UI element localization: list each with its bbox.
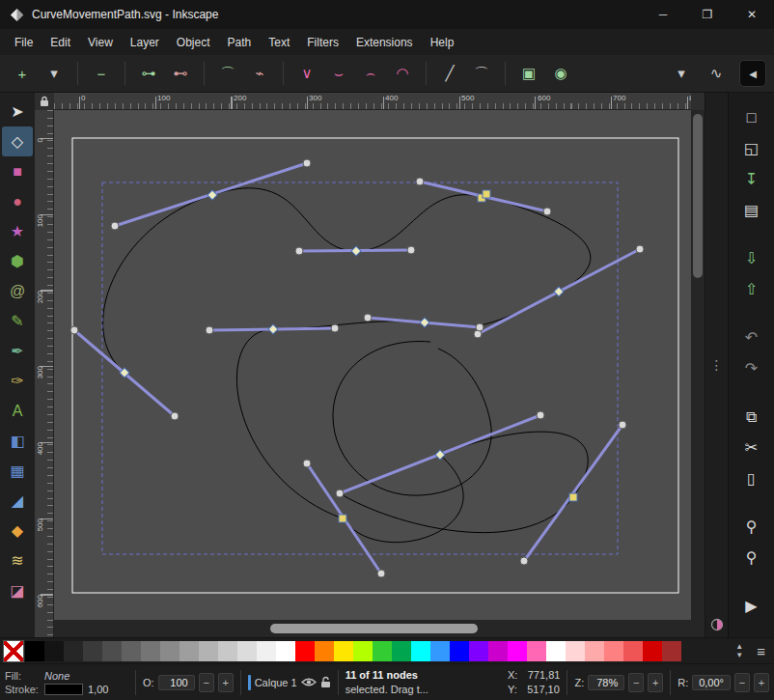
handle-endpoint[interactable] <box>636 245 644 253</box>
menu-text[interactable]: Text <box>260 32 298 53</box>
insert-node-dropdown[interactable]: ▾ <box>40 60 69 87</box>
object-to-path-button[interactable]: ▣ <box>514 60 543 87</box>
horizontal-ruler[interactable]: 0100200300400500600700800 <box>54 93 691 110</box>
rotation-decrease-button[interactable]: − <box>734 673 750 692</box>
cut-button[interactable]: ✂ <box>737 434 766 461</box>
palette-swatch-32[interactable] <box>643 641 662 661</box>
palette-swatch-28[interactable] <box>566 641 585 661</box>
menu-edit[interactable]: Edit <box>41 32 79 53</box>
horizontal-scrollbar-thumb[interactable] <box>270 624 478 633</box>
duplicate-button[interactable]: ⧉ <box>737 404 766 430</box>
palette-swatch-29[interactable] <box>585 641 604 661</box>
palette-swatch-16[interactable] <box>334 641 353 661</box>
palette-scroll-down-button[interactable]: ▼ <box>735 651 743 659</box>
stroke-color-swatch[interactable] <box>44 684 83 695</box>
open-document-button[interactable]: ◱ <box>737 135 766 161</box>
curve-segment-button[interactable]: ⌒ <box>467 60 496 87</box>
palette-swatch-33[interactable] <box>662 641 681 661</box>
palette-swatch-11[interactable] <box>237 641 257 661</box>
paste-button[interactable]: ▯ <box>737 465 766 491</box>
menu-help[interactable]: Help <box>422 32 463 53</box>
vertical-scrollbar-thumb[interactable] <box>693 114 703 278</box>
vertical-scrollbar[interactable] <box>691 110 705 620</box>
palette-swatch-18[interactable] <box>373 641 392 661</box>
palette-swatch-1[interactable] <box>44 641 64 661</box>
path-node-square[interactable] <box>483 190 490 198</box>
palette-swatch-17[interactable] <box>353 641 373 661</box>
palette-swatch-21[interactable] <box>430 641 450 661</box>
maximize-button[interactable]: ❐ <box>685 0 730 29</box>
handle-endpoint[interactable] <box>364 314 372 322</box>
smooth-node-button[interactable]: ⌣ <box>324 60 353 87</box>
dropper-tool[interactable]: ◢ <box>2 486 33 516</box>
menu-file[interactable]: File <box>6 32 41 53</box>
new-document-button[interactable]: □ <box>737 104 766 130</box>
symmetric-node-button[interactable]: ⌢ <box>356 60 385 87</box>
text-tool[interactable]: A <box>2 396 33 426</box>
join-segment-button[interactable]: ⌒ <box>213 60 242 87</box>
opacity-decrease-button[interactable]: − <box>199 673 214 692</box>
bezier-tool[interactable]: ✒ <box>2 336 33 366</box>
palette-swatch-15[interactable] <box>315 641 334 661</box>
palette-swatch-27[interactable] <box>546 641 566 661</box>
layer-name[interactable]: Calque 1 <box>255 677 297 688</box>
handle-endpoint[interactable] <box>331 324 339 332</box>
palette-swatch-0[interactable] <box>25 641 44 661</box>
insert-node-button[interactable]: + <box>8 60 37 87</box>
rotation-input[interactable]: 0,00° <box>692 675 731 690</box>
join-nodes-button[interactable]: ⊶ <box>134 60 163 87</box>
pencil-tool[interactable]: ✎ <box>2 306 33 336</box>
opacity-input[interactable]: 100 <box>158 675 195 690</box>
import-button[interactable]: ⇩ <box>737 245 766 271</box>
menu-layer[interactable]: Layer <box>122 32 168 53</box>
palette-swatch-7[interactable] <box>160 641 180 661</box>
palette-menu-button[interactable]: ≡ <box>757 643 765 659</box>
fill-stroke-indicator[interactable]: Fill: None Stroke: 1,00 <box>5 670 128 695</box>
drawing-canvas[interactable] <box>54 110 691 620</box>
palette-swatch-8[interactable] <box>180 641 199 661</box>
handle-endpoint[interactable] <box>476 323 484 331</box>
handle-endpoint[interactable] <box>336 490 344 497</box>
delete-segment-button[interactable]: ⌁ <box>245 60 274 87</box>
palette-swatch-30[interactable] <box>604 641 623 661</box>
handle-endpoint[interactable] <box>416 178 424 185</box>
opacity-increase-button[interactable]: + <box>218 673 234 692</box>
spiral-tool[interactable]: @ <box>2 276 33 306</box>
calligraphy-tool[interactable]: ✑ <box>2 366 33 396</box>
color-management-icon[interactable] <box>710 618 724 631</box>
rotation-increase-button[interactable]: + <box>754 673 769 692</box>
handle-endpoint[interactable] <box>303 460 311 467</box>
menu-view[interactable]: View <box>79 32 122 53</box>
delete-node-button[interactable]: − <box>87 60 116 87</box>
coords-dropdown[interactable]: ▾ <box>670 60 693 87</box>
stroke-to-path-button[interactable]: ◉ <box>546 60 575 87</box>
path-effects-button[interactable]: ∿ <box>705 60 728 87</box>
palette-swatch-25[interactable] <box>508 641 527 661</box>
vertical-ruler[interactable]: 0100200300400500600 <box>35 110 54 637</box>
palette-swatch-6[interactable] <box>141 641 160 661</box>
rectangle-tool[interactable]: ■ <box>2 156 33 186</box>
break-nodes-button[interactable]: ⊷ <box>166 60 195 87</box>
save-document-button[interactable]: ↧ <box>737 166 766 192</box>
redo-button[interactable]: ↷ <box>737 355 766 381</box>
handle-endpoint[interactable] <box>377 570 385 577</box>
path-node-diamond[interactable] <box>351 246 361 256</box>
palette-swatch-26[interactable] <box>527 641 546 661</box>
handle-endpoint[interactable] <box>295 247 303 255</box>
path-node-diamond[interactable] <box>268 324 278 334</box>
layer-unlock-icon[interactable] <box>320 676 331 688</box>
handle-endpoint[interactable] <box>303 159 311 167</box>
dock-resize-handle[interactable]: ⋮ <box>710 357 724 373</box>
path-node-square[interactable] <box>569 493 577 501</box>
palette-swatch-19[interactable] <box>392 641 411 661</box>
export-button[interactable]: ⇧ <box>737 276 766 302</box>
node-tool[interactable]: ◇ <box>2 126 33 156</box>
handle-endpoint[interactable] <box>619 421 626 429</box>
corner-node-button[interactable]: ∨ <box>292 60 321 87</box>
palette-swatch-3[interactable] <box>83 641 102 661</box>
palette-swatch-23[interactable] <box>469 641 488 661</box>
menu-extensions[interactable]: Extensions <box>347 32 422 53</box>
bezier-path-1[interactable] <box>333 342 491 496</box>
menu-filters[interactable]: Filters <box>298 32 347 53</box>
palette-swatch-13[interactable] <box>276 641 295 661</box>
